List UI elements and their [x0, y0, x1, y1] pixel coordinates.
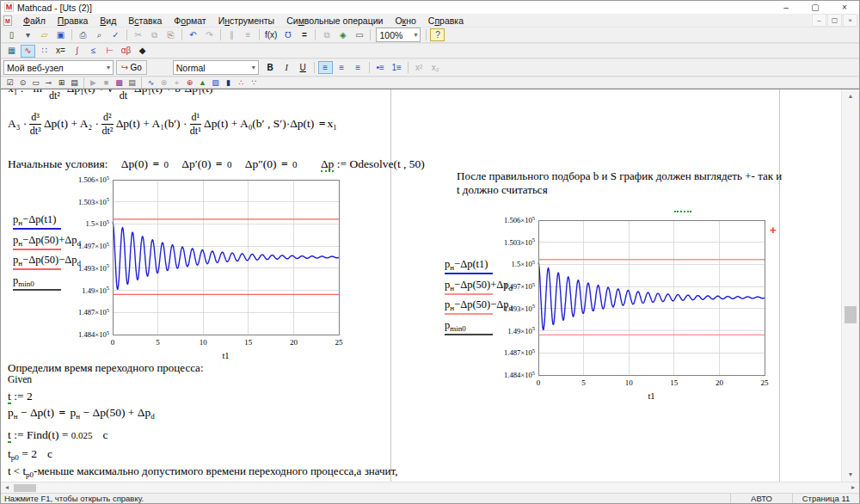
insert-surface-plot-button[interactable]: ▲	[197, 77, 208, 88]
xy-plot-region[interactable]: 1.506×1051.503×1051.5×1051.497×1051.493×…	[500, 214, 775, 407]
boolean-palette-button[interactable]: ≤	[86, 45, 101, 58]
insert-xy-plot-button[interactable]: ∿	[145, 77, 157, 88]
insert-function-button[interactable]: f(x)	[263, 28, 279, 41]
menu-window[interactable]: Окно	[389, 15, 421, 26]
checkbox-control-button[interactable]: ☑	[4, 77, 15, 88]
calculate-button[interactable]: =	[297, 28, 311, 41]
programming-palette-button[interactable]: ⊢	[102, 45, 117, 58]
menu-edit[interactable]: Правка	[52, 15, 94, 26]
scroll-up-arrow[interactable]: ▴	[842, 91, 859, 101]
evaluation-palette-button[interactable]: x=	[53, 45, 68, 58]
insert-polar-plot-button[interactable]: ⊕	[184, 77, 195, 88]
menu-tools[interactable]: Инструменты	[212, 15, 281, 26]
horizontal-scroll-thumb[interactable]	[14, 484, 36, 492]
initial-conditions-region[interactable]: Начальные условия: Δp(0) = 0 Δp′(0) = 0 …	[8, 157, 425, 171]
bullet-list-button[interactable]: •≡	[373, 61, 388, 74]
insert-contour-plot-button[interactable]: ▨	[210, 77, 221, 88]
underline-button[interactable]: U	[296, 61, 310, 74]
open-file-button[interactable]: ▱	[37, 28, 52, 41]
textbox-control-button[interactable]: ⊞	[56, 77, 67, 88]
insert-unit-icon: ℧	[285, 31, 292, 40]
bold-button[interactable]: B	[263, 61, 278, 74]
style-combo[interactable]: Normal ▾	[173, 60, 259, 75]
worksheet-area[interactable]: x₁ := m·d²dt²·Δp₁(t) + ν·ddt·Δp₁(t) + b·…	[1, 89, 859, 482]
equation-region-clipped[interactable]: x₁ := m·d²dt²·Δp₁(t) + ν·ddt·Δp₁(t) + b·…	[8, 89, 369, 102]
numbered-list-button[interactable]: 1≡	[390, 61, 404, 74]
horizontal-scrollbar[interactable]: ◂ ▸	[1, 482, 859, 493]
child-restore-button[interactable]: ▢	[827, 14, 842, 27]
note-text[interactable]: После правильного подбора b и S график д…	[457, 169, 782, 197]
crosshair-cursor: +	[770, 224, 777, 237]
child-window-controls: – ▢ ×	[811, 14, 857, 27]
cut-button: ✂	[131, 28, 145, 41]
scroll-down-arrow[interactable]: ▾	[842, 470, 859, 480]
insert-vector-field-plot-button[interactable]: ∵	[249, 77, 260, 88]
scroll-left-arrow[interactable]: ◂	[1, 482, 13, 493]
symbolic-palette-button[interactable]: ◆	[135, 45, 150, 58]
graph-palette-button[interactable]: ∿	[21, 45, 35, 58]
check-spelling-button[interactable]: ✓	[108, 28, 123, 41]
child-minimize-button[interactable]: –	[812, 14, 826, 27]
menu-view[interactable]: Вид	[94, 15, 122, 26]
section-heading[interactable]: Определим время переходного процесса:	[8, 361, 204, 375]
pushbutton-control-icon: ▭	[32, 79, 40, 87]
xy-plot-svg: 1.506×1051.503×1051.5×1051.497×1051.493×…	[74, 174, 349, 365]
insert-3d-bar-plot-button[interactable]: ▮	[223, 77, 234, 88]
slider-control-button[interactable]: ⊸	[43, 77, 54, 88]
greek-palette-button[interactable]: αβ	[119, 45, 133, 58]
math-region-button[interactable]: ▭	[352, 28, 366, 41]
xy-plot-region[interactable]: 1.506×1051.503×1051.5×1051.497×1051.493×…	[74, 174, 349, 366]
radio-control-button[interactable]: ⊙	[17, 77, 28, 88]
tp0-region[interactable]: tp0 = 2c	[8, 447, 52, 461]
undo-button[interactable]: ↶	[186, 28, 200, 41]
underline-icon: U	[300, 64, 306, 72]
zoom-plot-icon: ⊗	[161, 79, 168, 87]
insert-object-button[interactable]: ◈	[335, 28, 350, 41]
align-right-button[interactable]: ≡	[351, 61, 366, 74]
close-button[interactable]: ×	[830, 1, 859, 14]
vertical-scroll-thumb[interactable]	[845, 306, 857, 323]
minimize-button[interactable]: –	[771, 1, 801, 14]
menu-help[interactable]: Справка	[422, 15, 470, 26]
zoom-level-combo[interactable]: 100%▾	[376, 28, 421, 42]
go-button[interactable]: ↪ Go	[116, 60, 147, 75]
align-left-button[interactable]: ≡	[318, 61, 333, 74]
undo-icon: ↶	[189, 31, 196, 40]
print-preview-button[interactable]: ⌕	[92, 28, 107, 41]
new-document-button[interactable]: ▯	[4, 28, 19, 41]
vertical-scrollbar[interactable]: ▴ ▾	[841, 89, 859, 482]
matrix-palette-button[interactable]: ∷	[37, 45, 52, 58]
menu-file[interactable]: Файл	[17, 15, 52, 26]
calculus-palette-button[interactable]: ∫	[70, 45, 84, 58]
web-address-combo[interactable]: Мой веб-узел ▾	[3, 60, 114, 75]
insert-3d-scatter-plot-button[interactable]: ∴	[236, 77, 247, 88]
print-button[interactable]: ⎙	[76, 28, 90, 41]
save-file-button[interactable]: ▣	[53, 28, 68, 41]
playback-animation-button[interactable]: ▤	[126, 77, 138, 88]
new-dropdown-button[interactable]: ▾	[21, 28, 35, 41]
scroll-right-arrow[interactable]: ▸	[847, 482, 859, 493]
find-equation-region[interactable]: t := Find(t) = 0.025c	[8, 428, 108, 442]
paste-button[interactable]: ⎘	[163, 28, 178, 41]
conclusion-text-1[interactable]: t < tp0-меньше максимально допустимого в…	[8, 464, 397, 478]
boolean-equation-region[interactable]: pн − Δp(t) = pн − Δp(50) + Δpd	[8, 406, 155, 420]
listbox-control-button[interactable]: ▤	[69, 77, 80, 88]
given-keyword[interactable]: Given	[8, 374, 32, 384]
menu-symbolics[interactable]: Символьные операции	[280, 15, 389, 26]
menu-insert[interactable]: Вставка	[122, 15, 168, 26]
help-button[interactable]: ?	[430, 28, 445, 41]
align-center-button[interactable]: ≡	[335, 61, 349, 74]
check-spelling-icon: ✓	[112, 31, 119, 40]
restore-button[interactable]: ▢	[801, 1, 830, 14]
insert-unit-button[interactable]: ℧	[280, 28, 295, 41]
record-animation-button[interactable]: ▩	[114, 77, 125, 88]
pushbutton-control-button[interactable]: ▭	[30, 77, 41, 88]
child-close-button[interactable]: ×	[843, 14, 857, 27]
menu-format[interactable]: Формат	[168, 15, 212, 26]
calculator-palette-button[interactable]: ▦	[4, 45, 19, 58]
ode-equation-region[interactable]: A₃ ·d³dt³Δp(t) + A₂ ·d²dt²Δp(t) + A₁(b′)…	[8, 112, 337, 138]
t-guess-region[interactable]: t := 2	[8, 390, 33, 403]
chevron-down-icon: ▾	[103, 64, 110, 71]
italic-button[interactable]: I	[280, 61, 294, 74]
animation-stop-button: ■	[101, 77, 112, 88]
